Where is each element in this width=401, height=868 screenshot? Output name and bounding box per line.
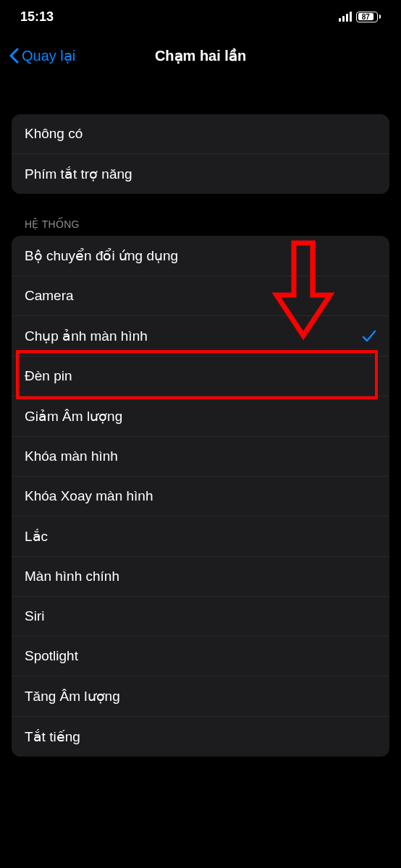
row-label: Tắt tiếng — [25, 728, 80, 745]
row-label: Khóa Xoay màn hình — [25, 488, 153, 504]
chevron-left-icon — [9, 48, 19, 64]
status-right: 87 — [339, 12, 381, 22]
section-header-system: HỆ THỐNG — [12, 194, 389, 236]
option-shake[interactable]: Lắc — [12, 516, 389, 556]
row-label: Giảm Âm lượng — [25, 408, 122, 425]
option-screenshot[interactable]: Chụp ảnh màn hình — [12, 315, 389, 356]
row-label: Màn hình chính — [25, 569, 119, 584]
option-rotation-lock[interactable]: Khóa Xoay màn hình — [12, 476, 389, 516]
option-siri[interactable]: Siri — [12, 596, 389, 636]
option-home[interactable]: Màn hình chính — [12, 556, 389, 596]
status-time: 15:13 — [20, 9, 54, 25]
row-label: Phím tắt trợ năng — [25, 166, 132, 182]
row-label: Đèn pin — [25, 368, 72, 384]
row-label: Chụp ảnh màn hình — [25, 328, 148, 344]
row-label: Không có — [25, 126, 83, 142]
status-bar: 15:13 87 — [0, 0, 401, 33]
back-button[interactable]: Quay lại — [9, 47, 75, 64]
group-top: Không có Phím tắt trợ năng — [12, 114, 389, 194]
group-system: Bộ chuyển đổi ứng dụng Camera Chụp ảnh m… — [12, 236, 389, 757]
option-volume-up[interactable]: Tăng Âm lượng — [12, 676, 389, 716]
option-lock-screen[interactable]: Khóa màn hình — [12, 436, 389, 476]
option-app-switcher[interactable]: Bộ chuyển đổi ứng dụng — [12, 236, 389, 276]
option-flashlight[interactable]: Đèn pin — [12, 356, 389, 396]
row-label: Khóa màn hình — [25, 448, 118, 464]
nav-bar: Quay lại Chạm hai lần — [0, 38, 401, 74]
cellular-signal-icon — [339, 12, 352, 22]
row-label: Tăng Âm lượng — [25, 688, 120, 705]
option-accessibility-shortcut[interactable]: Phím tắt trợ năng — [12, 153, 389, 194]
row-label: Bộ chuyển đổi ứng dụng — [25, 247, 178, 264]
option-mute[interactable]: Tắt tiếng — [12, 716, 389, 757]
checkmark-icon — [362, 330, 376, 343]
back-label: Quay lại — [22, 47, 75, 64]
page-title: Chạm hai lần — [155, 47, 246, 64]
row-label: Siri — [25, 608, 44, 624]
option-none[interactable]: Không có — [12, 114, 389, 153]
option-camera[interactable]: Camera — [12, 276, 389, 315]
row-label: Camera — [25, 288, 74, 304]
option-volume-down[interactable]: Giảm Âm lượng — [12, 396, 389, 436]
row-label: Lắc — [25, 528, 48, 545]
battery-icon: 87 — [356, 12, 381, 22]
option-spotlight[interactable]: Spotlight — [12, 636, 389, 676]
row-label: Spotlight — [25, 648, 78, 664]
